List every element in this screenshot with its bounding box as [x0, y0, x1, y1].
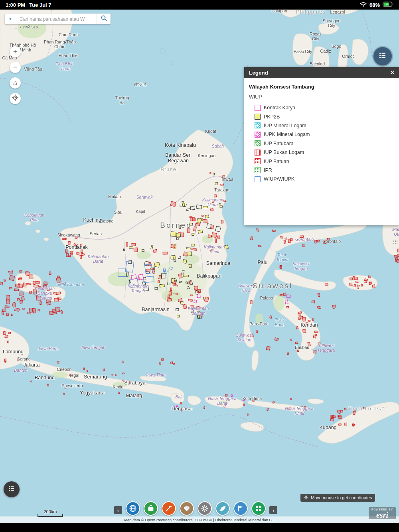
concession-polygon	[353, 412, 356, 415]
zoom-out-button[interactable]: −	[10, 62, 21, 73]
legend-resize-handle[interactable]	[393, 239, 397, 244]
concession-polygon	[38, 309, 40, 311]
concession-polygon	[43, 285, 47, 288]
concession-polygon	[126, 242, 128, 246]
legend-toggle-button[interactable]	[373, 47, 392, 65]
legend-swatch	[255, 114, 261, 120]
legend-item-label: IUP Batubara	[264, 141, 294, 146]
concession-polygon	[201, 215, 203, 217]
layer-list-button[interactable]	[4, 481, 20, 497]
date: Tue Jul 7	[29, 2, 51, 8]
concession-polygon	[81, 250, 83, 252]
legend-panel: Legend × Wilayah Konsesi Tambang WIUP Ko…	[244, 67, 399, 225]
layer-list-icon	[7, 484, 16, 495]
concession-polygon	[318, 342, 320, 344]
concession-polygon	[363, 407, 366, 409]
legend-item-label: IUP Mineral Logam	[264, 123, 306, 128]
concession-polygon	[69, 374, 71, 376]
concession-polygon	[312, 319, 314, 321]
locate-button[interactable]	[10, 93, 21, 104]
concession-polygon	[170, 201, 176, 207]
concession-polygon	[103, 369, 105, 371]
concession-polygon	[81, 253, 84, 256]
toolbar-button-basemap[interactable]	[126, 501, 140, 516]
concession-polygon	[283, 293, 286, 296]
concession-polygon	[338, 424, 341, 426]
concession-polygon	[56, 278, 61, 283]
toolbar-next-button[interactable]: ›	[269, 506, 277, 514]
concession-polygon	[129, 246, 133, 248]
legend-item-label: IUP Bukan Logam	[264, 150, 304, 155]
concession-polygon	[33, 308, 36, 313]
concession-polygon	[180, 301, 183, 304]
gear-icon	[200, 504, 209, 513]
pick-icon	[164, 504, 173, 513]
concession-polygon	[223, 175, 225, 178]
concession-polygon	[122, 373, 124, 374]
concession-polygon	[44, 282, 48, 285]
concession-polygon	[290, 398, 292, 400]
concession-polygon	[361, 284, 363, 287]
concession-polygon	[36, 281, 40, 284]
concession-polygon	[57, 361, 59, 363]
concession-polygon	[188, 228, 190, 233]
legend-header[interactable]: Legend ×	[244, 67, 399, 78]
concession-polygon	[369, 282, 371, 285]
concession-polygon	[315, 331, 318, 333]
legend-close-button[interactable]: ×	[391, 69, 394, 76]
concession-polygon	[171, 232, 176, 236]
search-icon	[101, 15, 107, 23]
concession-polygon	[171, 255, 175, 259]
concession-polygon	[138, 394, 140, 397]
toolbar-button-mining[interactable]	[162, 501, 176, 516]
search-dropdown-button[interactable]: ▾	[5, 14, 16, 24]
toolbar-prev-button[interactable]: ‹	[114, 506, 122, 514]
concession-polygon	[186, 248, 191, 249]
toolbar-button-flags[interactable]	[233, 501, 248, 516]
concession-polygon	[46, 299, 51, 302]
concession-polygon	[184, 275, 188, 277]
concession-polygon	[251, 335, 254, 337]
concession-polygon	[211, 249, 213, 252]
concession-polygon	[9, 271, 13, 274]
concession-polygon	[160, 284, 164, 288]
concession-polygon	[126, 272, 128, 276]
concession-polygon	[77, 252, 79, 255]
toolbar-button-tools[interactable]	[198, 501, 212, 516]
concession-polygon	[186, 282, 188, 284]
concession-polygon	[63, 393, 65, 394]
zoom-in-button[interactable]: +	[10, 46, 21, 57]
toolbar-button-environment[interactable]	[215, 501, 230, 516]
toolbar-button-market[interactable]	[144, 501, 158, 516]
toolbar-button-themes[interactable]	[251, 501, 266, 516]
concession-polygon	[132, 243, 136, 246]
concession-polygon	[118, 392, 120, 394]
concession-polygon	[187, 252, 192, 256]
concession-polygon	[112, 374, 113, 376]
concession-polygon	[354, 284, 356, 287]
concession-polygon	[198, 315, 200, 318]
legend-swatch	[255, 105, 261, 111]
concession-polygon	[17, 298, 20, 300]
search-button[interactable]	[97, 14, 111, 24]
concession-polygon	[6, 296, 10, 300]
concession-polygon	[258, 245, 261, 247]
concession-polygon	[158, 281, 160, 283]
concession-polygon	[87, 370, 88, 372]
concession-polygon	[278, 260, 279, 261]
concession-polygon	[29, 308, 32, 312]
concession-polygon	[273, 402, 275, 403]
toolbar-button-minerals[interactable]	[180, 501, 194, 516]
clock: 1:00 PM	[6, 2, 25, 8]
home-button[interactable]: ⌂	[10, 77, 21, 89]
legend-title: Legend	[249, 70, 268, 76]
concession-polygon	[210, 172, 211, 173]
search-input[interactable]	[16, 16, 97, 22]
concession-polygon	[256, 229, 259, 231]
concession-polygon	[314, 240, 317, 243]
concession-polygon	[285, 238, 287, 240]
concession-polygon	[25, 271, 30, 276]
concession-polygon	[56, 292, 61, 295]
concession-polygon	[171, 244, 175, 248]
concession-polygon	[5, 305, 9, 307]
